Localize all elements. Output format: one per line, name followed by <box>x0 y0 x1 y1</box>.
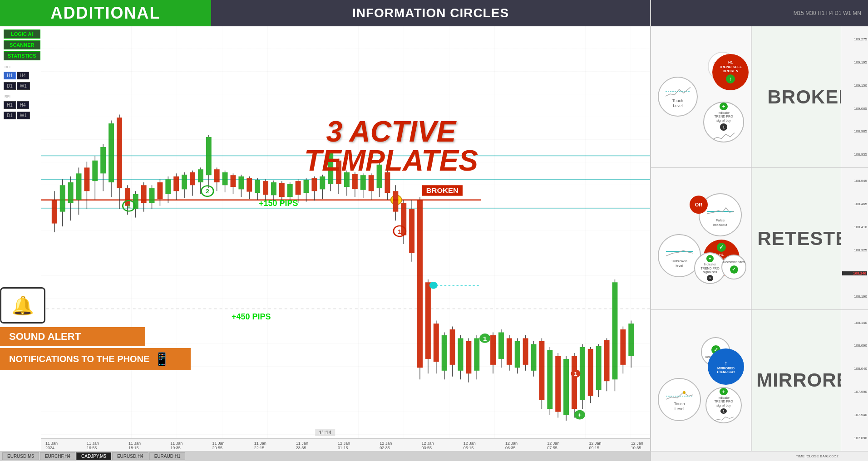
right-panel-header: M15 M30 H1 H4 D1 W1 MN <box>651 0 868 26</box>
timeline-label-6: 11 Jan 23:35 <box>296 441 311 450</box>
time-close-bar: TIME [CLOSE BAR] 00:52 <box>651 451 868 461</box>
tf-w1-1[interactable]: W1 <box>17 82 30 90</box>
timeline-label-11: 12 Jan 06:35 <box>505 441 520 450</box>
price-ticks-mirrored: 108.140 108.090 108.040 107.990 107.940 … <box>841 310 868 451</box>
indicator-broken-circle: + IndicatorTREND PROsignal buy 1 <box>703 102 744 142</box>
broken-label: BROKEN <box>767 86 853 108</box>
tab-eurchf-h4[interactable]: EURCHF,H4 <box>40 452 75 460</box>
circles-broken: NOTrecomended ✕ H1TREND SELLBROKEN ↑ <box>651 26 751 167</box>
notification-banner: NOTIFICATIONS TO THE PHONE 📱 <box>0 348 191 370</box>
timeline-label-10: 12 Jan 05:15 <box>464 441 478 450</box>
tab-eurusd-h4[interactable]: EURUSD,H4 <box>112 452 148 460</box>
trend-sell-broken-circle: H1TREND SELLBROKEN ↑ <box>712 54 749 90</box>
time-close-label: TIME [CLOSE BAR] 00:52 <box>796 454 838 458</box>
price-ticks-retested: 108.545 108.465 108.410 108.325 108.240 … <box>841 168 868 309</box>
active-line2: TEMPLATES <box>304 146 478 175</box>
time-display: 11:14 <box>315 429 335 436</box>
logic-ai-button[interactable]: LOGIC AI <box>4 29 40 39</box>
tab-euraud-h1[interactable]: EURAUD,H1 <box>149 452 186 460</box>
timeline-label-14: 12 Jan 10:35 <box>631 441 646 450</box>
active-line1: 3 ACTIVE <box>304 117 478 146</box>
mirrored-circles-container: ✓ Recommended ↑ MIRROREDTREND BUY <box>656 335 746 426</box>
timeline-label-8: 12 Jan 02:35 <box>380 441 394 450</box>
timeline-label-0: 11 Jan 2024 <box>45 441 59 450</box>
touch-level-broken-circle: TouchLevel <box>658 77 698 117</box>
timeline-label-9: 12 Jan 03:55 <box>422 441 436 450</box>
chart-grid <box>41 26 650 438</box>
svg-point-169 <box>683 391 686 394</box>
sound-alert-banner: SOUND ALERT <box>0 327 145 346</box>
timeline-label-2: 11 Jan 18:15 <box>128 441 143 450</box>
tf-d1-1[interactable]: D1 <box>4 82 16 90</box>
recommended-retested-circle: Recommended ✓ <box>721 255 746 280</box>
tf-h1-1[interactable]: H1 <box>4 72 16 79</box>
bell-icon-box: 🔔 <box>0 287 45 324</box>
mirrored-buy-circle: ↑ MIRROREDTREND BUY <box>708 348 744 385</box>
pips-150-label: +150 PIPS <box>259 199 298 208</box>
additional-label: ADDITIONAL <box>51 4 161 23</box>
timeline-label-1: 11 Jan 16:55 <box>87 441 101 450</box>
timeline-label-13: 12 Jan 09:15 <box>589 441 604 450</box>
tf-w1-2[interactable]: W1 <box>17 112 30 119</box>
right-timeframe-bar: M15 M30 H1 H4 D1 W1 MN <box>794 10 861 16</box>
tf-d1-2[interactable]: D1 <box>4 112 16 119</box>
retested-circles-container: OR Falsebreakout <box>656 193 746 284</box>
tf-h4-2[interactable]: H4 <box>17 101 29 109</box>
header-additional: ADDITIONAL <box>0 0 211 26</box>
notification-label: NOTIFICATIONS TO THE PHONE <box>9 354 149 364</box>
circles-retested: OR Falsebreakout <box>651 168 751 309</box>
timeline-label-4: 11 Jan 20:55 <box>212 441 227 450</box>
timeline-label-7: 12 Jan 01:15 <box>338 441 352 450</box>
active-templates-overlay: 3 ACTIVE TEMPLATES <box>304 117 478 175</box>
right-panel: M15 M30 H1 H4 D1 W1 MN NOTrecomended ✕ H… <box>650 0 868 461</box>
main-container: ADDITIONAL INFORMATION CIRCLES LOGIC AI … <box>0 0 868 461</box>
timeline-label-3: 11 Jan 19:35 <box>170 441 185 450</box>
circles-mirrored: ✓ Recommended ↑ MIRROREDTREND BUY <box>651 310 751 451</box>
tf-h4-1[interactable]: H4 <box>17 72 29 79</box>
info-circles-label: INFORMATION CIRCLES <box>352 6 509 20</box>
indicator-buy-mirror-circle: + IndicatorTREND PROsignal buy 1 <box>705 387 742 423</box>
tab-bar: EURUSD,M5 EURCHF,H4 CADJPY,M5 EURUSD,H4 … <box>0 451 650 461</box>
section-broken: NOTrecomended ✕ H1TREND SELLBROKEN ↑ <box>651 26 868 168</box>
tf-h1-2[interactable]: H1 <box>4 101 16 109</box>
price-ticks-broken: 109.275 109.195 109.150 109.065 108.985 … <box>841 26 868 167</box>
or-circle: OR <box>690 196 708 214</box>
tab-cadjpy-m5[interactable]: CADJPY,M5 <box>76 452 111 460</box>
chart-area: ADDITIONAL INFORMATION CIRCLES LOGIC AI … <box>0 0 650 461</box>
section-retested: OR Falsebreakout <box>651 168 868 309</box>
chart-canvas: 1 <box>41 26 650 438</box>
touch-level-mirror-circle: TouchLevel <box>658 378 701 421</box>
section-mirrored: ✓ Recommended ↑ MIRROREDTREND BUY <box>651 310 868 451</box>
timeline-label-12: 12 Jan 07:55 <box>547 441 562 450</box>
sound-alert-area: 🔔 SOUND ALERT NOTIFICATIONS TO THE PHONE… <box>0 287 191 370</box>
statistics-button[interactable]: STATISTICS <box>4 51 40 60</box>
left-sidebar: LOGIC AI SCANNER STATISTICS RFI H1 H4 D1… <box>4 29 40 119</box>
timeline-bar: 11 Jan 2024 11 Jan 16:55 11 Jan 18:15 11… <box>41 438 650 452</box>
header-info: INFORMATION CIRCLES <box>211 0 650 26</box>
scanner-button[interactable]: SCANNER <box>4 40 40 49</box>
bell-icon: 🔔 <box>11 295 34 316</box>
tab-eurusd-m5[interactable]: EURUSD,M5 <box>2 452 39 460</box>
phone-icon: 📱 <box>154 352 170 367</box>
header-banner: ADDITIONAL INFORMATION CIRCLES <box>0 0 650 26</box>
pips-450-label: +450 PIPS <box>232 312 271 322</box>
timeline-label-5: 11 Jan 22:15 <box>254 441 269 450</box>
broken-circles-container: NOTrecomended ✕ H1TREND SELLBROKEN ↑ <box>656 52 746 142</box>
timeline-labels: 11 Jan 2024 11 Jan 16:55 11 Jan 18:15 11… <box>45 441 646 450</box>
